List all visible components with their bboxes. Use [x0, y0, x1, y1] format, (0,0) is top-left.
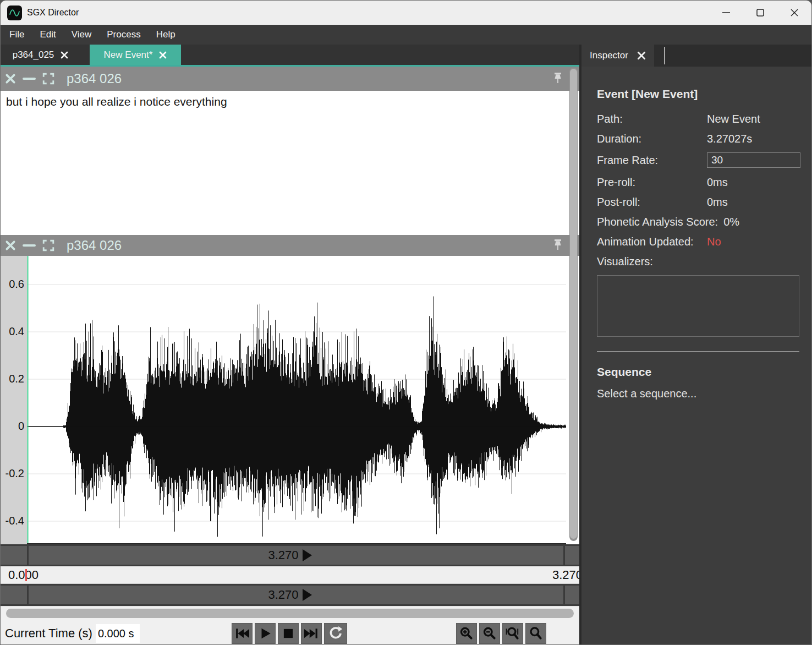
close-window-button[interactable] — [777, 1, 811, 25]
path-label: Path: — [597, 113, 707, 125]
range-handle-right[interactable] — [563, 546, 565, 565]
main-content: p364_025 New Event* — [1, 45, 579, 644]
y-axis-tick-label: 0 — [18, 420, 24, 433]
time-ruler[interactable]: 0.000 3.270 — [1, 566, 579, 584]
y-axis-tick-label: 0.4 — [9, 325, 24, 338]
frame-rate-label: Frame Rate: — [597, 154, 707, 167]
y-axis-tick-label: -0.2 — [6, 467, 24, 480]
animation-updated-row: Animation Updated: No — [597, 236, 800, 248]
waveform-panel-header: p364 026 — [1, 235, 579, 256]
skip-to-end-button[interactable] — [301, 623, 322, 644]
maximize-button[interactable] — [743, 1, 777, 25]
waveform-panel-body: 0.60.40.20-0.2-0.4 — [1, 256, 579, 544]
menu-process[interactable]: Process — [99, 25, 148, 45]
menu-edit[interactable]: Edit — [32, 25, 63, 45]
app-window: SGX Director File Edit View Process Help — [0, 0, 812, 645]
close-tab-icon[interactable] — [61, 51, 68, 59]
frame-rate-row: Frame Rate: — [597, 152, 800, 168]
loop-button[interactable] — [324, 623, 347, 644]
panel-title: p364 026 — [67, 71, 122, 86]
app-logo-icon — [7, 6, 22, 20]
event-section-title: Event [New Event] — [597, 88, 800, 101]
post-roll-value: 0ms — [707, 196, 728, 209]
phonetic-score-label: Phonetic Analysis Score: — [597, 216, 723, 228]
playhead-tick[interactable] — [25, 569, 27, 581]
post-roll-label: Post-roll: — [597, 196, 707, 209]
visualizers-list[interactable] — [597, 275, 799, 337]
zoom-in-button[interactable] — [456, 623, 477, 644]
transcript-panel-body[interactable]: but i hope you all realize i notice ever… — [1, 91, 579, 235]
expand-panel-icon[interactable] — [42, 239, 54, 252]
document-tab-bar: p364_025 New Event* — [1, 45, 579, 67]
playhead-line[interactable] — [28, 256, 29, 543]
zoom-fit-button[interactable] — [525, 623, 546, 644]
close-panel-icon[interactable] — [5, 240, 16, 251]
play-range-icon[interactable] — [303, 549, 312, 561]
title-bar: SGX Director — [1, 1, 811, 25]
animation-updated-value: No — [707, 236, 721, 248]
sequence-placeholder[interactable]: Select a sequence... — [597, 387, 800, 400]
animation-updated-label: Animation Updated: — [597, 236, 707, 248]
section-divider — [597, 351, 799, 352]
visualizers-label: Visualizers: — [597, 255, 707, 268]
current-time-input[interactable] — [96, 624, 140, 643]
post-roll-row: Post-roll: 0ms — [597, 196, 800, 209]
inspector-panel: Inspector Event [New Event] Path: New Ev… — [579, 45, 812, 644]
range-handle-left[interactable] — [27, 586, 29, 604]
transport-toolbar: Current Time (s) — [1, 621, 579, 645]
y-axis-tick-label: 0.6 — [9, 278, 24, 291]
audio-waveform — [64, 297, 566, 537]
menu-bar: File Edit View Process Help — [1, 25, 811, 45]
duration-row: Duration: 3.27027s — [597, 133, 800, 145]
panel-title: p364 026 — [67, 238, 122, 253]
close-tab-icon[interactable] — [637, 51, 646, 60]
close-tab-icon[interactable] — [159, 51, 167, 59]
range-duration-value: 3.270 — [268, 588, 298, 602]
expand-panel-icon[interactable] — [42, 73, 54, 85]
minimize-panel-icon[interactable] — [23, 240, 36, 251]
pin-panel-icon[interactable] — [553, 239, 563, 252]
tab-label: Inspector — [590, 50, 628, 61]
horizontal-scrollbar[interactable] — [1, 606, 579, 621]
tab-label: p364_025 — [13, 50, 54, 61]
phonetic-score-value: 0% — [723, 216, 739, 228]
playback-range-slider-bottom[interactable]: 3.270 — [1, 584, 579, 606]
transcript-text: but i hope you all realize i notice ever… — [6, 95, 574, 108]
tab-inspector[interactable]: Inspector — [581, 45, 654, 67]
close-panel-icon[interactable] — [5, 73, 16, 84]
tab-divider — [664, 47, 665, 64]
path-value: New Event — [707, 113, 760, 125]
vertical-scrollbar[interactable] — [569, 68, 578, 541]
pin-panel-icon[interactable] — [553, 73, 563, 85]
horizontal-scrollbar-thumb[interactable] — [6, 609, 574, 618]
minimize-panel-icon[interactable] — [23, 73, 36, 84]
zoom-selection-button[interactable] — [502, 623, 523, 644]
frame-rate-input[interactable] — [707, 152, 800, 168]
y-axis-tick-label: -0.4 — [6, 515, 24, 527]
playback-range-slider-top[interactable]: 3.270 — [1, 544, 579, 566]
menu-view[interactable]: View — [64, 25, 100, 45]
current-time-label: Current Time (s) — [5, 626, 92, 641]
menu-file[interactable]: File — [2, 25, 32, 45]
tab-label: New Event* — [104, 50, 153, 61]
zoom-out-button[interactable] — [479, 623, 500, 644]
vertical-scrollbar-thumb[interactable] — [570, 69, 577, 539]
range-handle-right[interactable] — [563, 586, 565, 604]
minimize-button[interactable] — [709, 1, 743, 25]
stop-button[interactable] — [278, 623, 299, 644]
ruler-end-time: 3.270 — [552, 568, 579, 582]
pre-roll-label: Pre-roll: — [597, 176, 707, 189]
range-handle-left[interactable] — [27, 546, 29, 565]
skip-to-start-button[interactable] — [232, 623, 253, 644]
waveform-display[interactable] — [27, 256, 566, 544]
menu-help[interactable]: Help — [149, 25, 183, 45]
tab-new-event[interactable]: New Event* — [90, 45, 181, 65]
duration-label: Duration: — [597, 133, 707, 145]
pre-roll-value: 0ms — [707, 176, 728, 189]
tab-p364-025[interactable]: p364_025 — [1, 45, 80, 65]
play-range-icon[interactable] — [303, 589, 312, 601]
path-row: Path: New Event — [597, 113, 800, 125]
transcript-panel-header: p364 026 — [1, 67, 579, 91]
play-button[interactable] — [255, 623, 276, 644]
visualizers-row: Visualizers: — [597, 255, 800, 268]
